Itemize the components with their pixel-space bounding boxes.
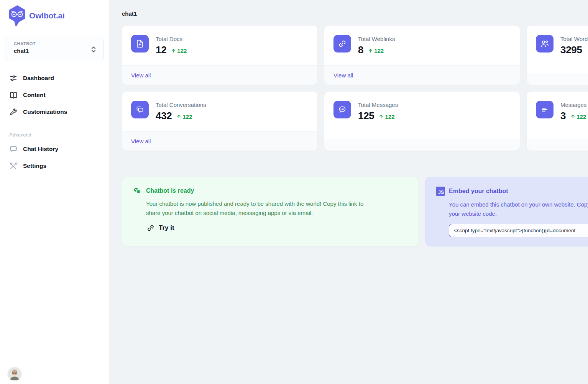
chat-bubble-icon: [9, 145, 18, 153]
wrench-icon: [9, 108, 18, 116]
wechat-bubbles-icon: [133, 187, 141, 195]
sidebar-item-label: Dashboard: [23, 75, 54, 82]
document-download-icon: [131, 35, 149, 53]
sidebar-item-label: Settings: [23, 162, 46, 169]
embed-code-input[interactable]: <script type="text/javascript">(function…: [449, 224, 588, 237]
stat-delta: 122: [570, 113, 586, 120]
stat-label: Messages: [560, 102, 586, 108]
chatbot-selector-value: chat1: [14, 48, 98, 54]
stat-delta: 122: [176, 113, 192, 120]
chatbot-selector-label: CHATBOT: [14, 41, 98, 46]
sidebar-item-label: Chat History: [23, 146, 58, 153]
stat-label: Total Words: [560, 36, 588, 42]
main-content: chat1 Total Docs 12: [109, 0, 588, 384]
sidebar-item-label: Content: [23, 92, 46, 98]
sidebar-item-customizations[interactable]: Customizations: [0, 103, 109, 120]
owlbot-logo-icon: [8, 5, 26, 26]
chat-bubbles-icon: [131, 101, 149, 118]
sidebar-item-settings[interactable]: Settings: [0, 158, 109, 174]
embed-card-body: You can embed this chatbot on your own w…: [449, 200, 588, 218]
link-icon: [146, 223, 155, 233]
sidebar-nav: Dashboard Content Customizations: [0, 70, 109, 120]
stat-delta: 122: [368, 48, 384, 54]
sidebar-section-advanced: Advanced: [0, 120, 109, 141]
users-icon: [536, 35, 554, 53]
stat-value: 3: [560, 110, 566, 122]
view-all-link[interactable]: View all: [333, 72, 353, 79]
stat-label: Total Conversations: [156, 102, 206, 108]
embed-card-title: Embed your chatbot: [449, 188, 508, 195]
chevron-updown-icon: [90, 45, 97, 54]
stat-label: Total Docs: [156, 36, 187, 42]
stat-label: Total Weblinks: [358, 36, 395, 42]
stat-value: 432: [156, 110, 172, 122]
message-dots-icon: [333, 101, 351, 118]
sidebar: Owlbot.ai CHATBOT chat1 Dashboard: [0, 0, 109, 384]
stat-value: 12: [156, 44, 166, 56]
page-title: chat1: [122, 10, 588, 17]
ready-card-body: Your chatbot is now published and ready …: [146, 199, 371, 218]
stat-value: 3295: [560, 44, 582, 56]
arrow-up-icon: [368, 48, 373, 53]
avatar[interactable]: [8, 367, 21, 381]
stat-card-total-words: Total Words 3295: [527, 26, 588, 85]
book-icon: [9, 91, 18, 99]
stats-row-2: Total Conversations 432 122 View all: [122, 92, 588, 151]
chatbot-selector[interactable]: CHATBOT chat1: [5, 37, 104, 61]
sidebar-item-content[interactable]: Content: [0, 87, 109, 103]
sidebar-item-label: Customizations: [23, 108, 67, 115]
stat-card-messages: Messages 3 122: [527, 92, 588, 151]
stat-card-total-weblinks: Total Weblinks 8 122 View all: [324, 26, 520, 85]
stat-label: Total Messages: [358, 102, 398, 108]
sidebar-item-chat-history[interactable]: Chat History: [0, 141, 109, 158]
brand-name: Owlbot.ai: [29, 11, 65, 20]
stat-value: 125: [358, 110, 374, 122]
tools-icon: [9, 162, 18, 170]
stat-card-total-messages: Total Messages 125 122: [324, 92, 520, 151]
chatbot-ready-card: Chatbot is ready Your chatbot is now pub…: [122, 177, 419, 246]
stat-card-total-conversations: Total Conversations 432 122 View all: [122, 92, 317, 151]
try-it-label: Try it: [159, 224, 174, 232]
banner-row: Chatbot is ready Your chatbot is now pub…: [122, 177, 588, 246]
arrow-up-icon: [171, 48, 176, 53]
stat-delta: 122: [171, 48, 187, 54]
stat-delta: 122: [379, 113, 394, 120]
sidebar-nav-advanced: Chat History Settings: [0, 141, 109, 174]
arrow-up-icon: [379, 114, 384, 119]
stat-value: 8: [358, 44, 363, 56]
view-all-link[interactable]: View all: [131, 138, 151, 144]
js-badge-icon: JS: [436, 187, 445, 196]
sidebar-item-dashboard[interactable]: Dashboard: [0, 70, 109, 87]
ready-card-title: Chatbot is ready: [146, 187, 194, 194]
arrow-up-icon: [176, 114, 181, 119]
arrow-up-icon: [570, 114, 575, 119]
try-it-link[interactable]: Try it: [146, 223, 407, 233]
stats-row-1: Total Docs 12 122 View all: [122, 26, 588, 85]
brand: Owlbot.ai: [0, 0, 109, 26]
link-icon: [333, 35, 351, 53]
embed-chatbot-card: JS Embed your chatbot You can embed this…: [425, 177, 588, 246]
sliders-icon: [9, 74, 18, 82]
view-all-link[interactable]: View all: [131, 72, 151, 79]
stat-card-total-docs: Total Docs 12 122 View all: [122, 26, 317, 85]
list-icon: [536, 101, 554, 118]
